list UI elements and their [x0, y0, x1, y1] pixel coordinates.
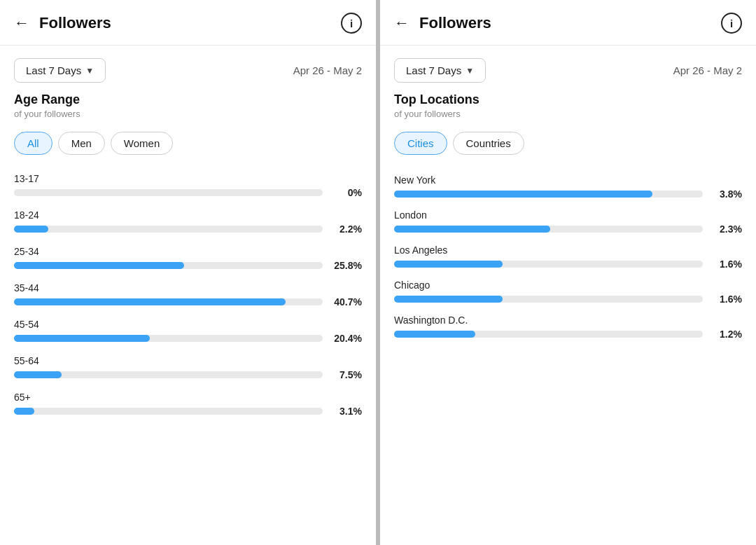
location-bar-value: 1.6%: [710, 258, 742, 270]
location-bar-fill: [394, 296, 503, 303]
bar-label: 25-34: [14, 246, 362, 257]
left-info-icon[interactable]: i: [341, 13, 362, 34]
location-bar-fill: [394, 261, 503, 268]
right-back-button[interactable]: ←: [394, 14, 410, 32]
bar-label: 45-54: [14, 319, 362, 330]
bar-item: 45-54 20.4%: [0, 315, 376, 351]
location-bar-value: 2.3%: [710, 223, 742, 235]
location-label: Chicago: [394, 280, 742, 291]
location-item: Chicago 1.6%: [380, 274, 756, 309]
location-bar-fill: [394, 191, 652, 198]
location-item: London 2.3%: [380, 204, 756, 239]
location-bar-track: [394, 261, 703, 268]
location-label: New York: [394, 174, 742, 186]
left-date-range: Apr 26 - May 2: [293, 64, 362, 76]
bar-item: 55-64 7.5%: [0, 351, 376, 387]
location-item: Los Angeles 1.6%: [380, 239, 756, 274]
bar-value: 40.7%: [330, 296, 362, 308]
left-page-title: Followers: [39, 14, 341, 32]
bar-value: 2.2%: [330, 223, 362, 235]
location-bar-value: 3.8%: [710, 188, 742, 200]
tab-women[interactable]: Women: [111, 132, 173, 155]
bar-label: 55-64: [14, 355, 362, 366]
bar-label: 13-17: [14, 173, 362, 184]
location-bar-value: 1.2%: [710, 329, 742, 340]
location-item: New York 3.8%: [380, 169, 756, 204]
bar-label: 18-24: [14, 209, 362, 221]
tab-all[interactable]: All: [14, 132, 52, 155]
bar-fill: [14, 371, 62, 378]
right-chevron-icon: ▼: [465, 66, 474, 76]
age-bars: 13-17 0% 18-24 2.2% 25-34: [0, 169, 376, 424]
right-tab-row: Cities Countries: [380, 132, 756, 169]
bar-item: 25-34 25.8%: [0, 242, 376, 278]
bar-fill: [14, 335, 150, 342]
bar-fill: [14, 408, 34, 415]
bar-label: 65+: [14, 392, 362, 403]
location-label: Washington D.C.: [394, 315, 742, 326]
tab-men[interactable]: Men: [58, 132, 105, 155]
bar-value: 20.4%: [330, 333, 362, 344]
left-tab-row: All Men Women: [0, 132, 376, 169]
bar-track: [14, 226, 323, 233]
left-section-subtitle: of your followers: [0, 109, 376, 132]
left-back-button[interactable]: ←: [14, 14, 29, 32]
right-dropdown-label: Last 7 Days: [406, 64, 461, 76]
location-label: Los Angeles: [394, 244, 742, 256]
bar-value: 3.1%: [330, 406, 362, 417]
location-bar-fill: [394, 226, 550, 233]
right-section-title: Top Locations: [380, 92, 756, 109]
left-section-title: Age Range: [0, 92, 376, 109]
left-header: ← Followers i: [0, 0, 376, 46]
location-bar-track: [394, 296, 703, 303]
right-date-range: Apr 26 - May 2: [673, 64, 742, 76]
left-date-dropdown[interactable]: Last 7 Days ▼: [14, 58, 106, 83]
location-bars: New York 3.8% London 2.3% Los Angeles: [380, 169, 756, 344]
bar-item: 13-17 0%: [0, 169, 376, 205]
bar-track: [14, 371, 323, 378]
bar-track: [14, 335, 323, 342]
bar-item: 18-24 2.2%: [0, 205, 376, 242]
right-panel: ← Followers i Last 7 Days ▼ Apr 26 - May…: [380, 0, 756, 545]
bar-label: 35-44: [14, 282, 362, 294]
location-bar-track: [394, 331, 703, 338]
left-dropdown-label: Last 7 Days: [26, 64, 81, 76]
bar-value: 7.5%: [330, 369, 362, 380]
left-filter-row: Last 7 Days ▼ Apr 26 - May 2: [0, 46, 376, 92]
bar-track: [14, 298, 323, 305]
right-info-icon[interactable]: i: [721, 13, 742, 34]
right-page-title: Followers: [419, 14, 721, 32]
location-bar-value: 1.6%: [710, 294, 742, 305]
bar-track: [14, 189, 323, 196]
bar-fill: [14, 262, 184, 269]
tab-cities[interactable]: Cities: [394, 132, 447, 155]
bar-fill: [14, 298, 286, 305]
left-panel: ← Followers i Last 7 Days ▼ Apr 26 - May…: [0, 0, 376, 545]
bar-track: [14, 408, 323, 415]
bar-fill: [14, 226, 48, 233]
bar-value: 25.8%: [330, 260, 362, 271]
bar-item: 65+ 3.1%: [0, 387, 376, 424]
location-label: London: [394, 209, 742, 221]
left-chevron-icon: ▼: [85, 66, 94, 76]
right-section-subtitle: of your followers: [380, 109, 756, 132]
tab-countries[interactable]: Countries: [453, 132, 524, 155]
location-item: Washington D.C. 1.2%: [380, 309, 756, 344]
right-header: ← Followers i: [380, 0, 756, 46]
bar-item: 35-44 40.7%: [0, 278, 376, 315]
right-date-dropdown[interactable]: Last 7 Days ▼: [394, 58, 486, 83]
bar-value: 0%: [330, 187, 362, 198]
location-bar-fill: [394, 331, 475, 338]
location-bar-track: [394, 226, 703, 233]
right-filter-row: Last 7 Days ▼ Apr 26 - May 2: [380, 46, 756, 92]
location-bar-track: [394, 191, 703, 198]
bar-track: [14, 262, 323, 269]
